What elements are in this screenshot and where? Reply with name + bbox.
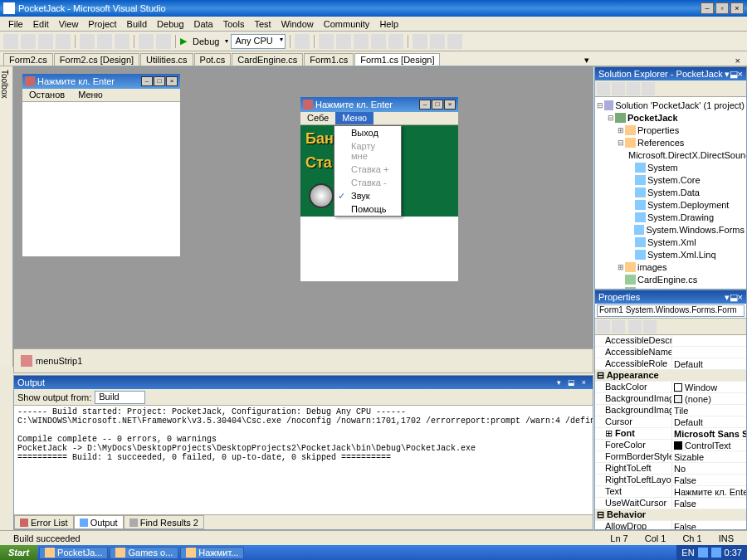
tab-output[interactable]: Output: [74, 515, 124, 529]
props-object-selector[interactable]: Form1 System.Windows.Forms.Form: [595, 304, 746, 319]
tab-form1-design[interactable]: Form1.cs [Design]: [354, 53, 440, 66]
menu-item-help[interactable]: Помощь: [334, 202, 401, 216]
node-form1[interactable]: ⊟Form1.cs: [597, 285, 745, 289]
node-cardengine[interactable]: CardEngine.cs: [597, 273, 745, 285]
props-categorized-button[interactable]: [597, 320, 610, 334]
save-button[interactable]: [38, 34, 53, 49]
solexp-properties-button[interactable]: [597, 82, 610, 95]
close-button[interactable]: ×: [730, 2, 744, 14]
tab-dropdown-icon[interactable]: ▾: [581, 55, 593, 66]
node-references[interactable]: ⊟References: [597, 136, 745, 149]
tab-cardengine[interactable]: CardEngine.cs: [232, 53, 303, 66]
node-ref-forms[interactable]: System.Windows.Forms: [597, 223, 745, 236]
props-events-button[interactable]: [643, 320, 657, 334]
output-close-icon[interactable]: ×: [582, 378, 586, 387]
menu-project[interactable]: Project: [83, 19, 121, 29]
node-ref-core[interactable]: System.Core: [597, 173, 745, 186]
taskbar-games[interactable]: Games o...: [110, 547, 178, 559]
tab-form2-design[interactable]: Form2.cs [Design]: [54, 53, 139, 66]
output-btn3[interactable]: [185, 391, 198, 404]
menu-tools[interactable]: Tools: [218, 19, 250, 29]
props-pin-icon[interactable]: ⬓: [730, 292, 738, 303]
save-all-button[interactable]: [56, 34, 71, 49]
node-images[interactable]: ⊞images: [597, 261, 745, 273]
tb-extra2[interactable]: [336, 34, 351, 49]
taskbar-pocketjack[interactable]: PocketJa...: [39, 547, 108, 559]
output-btn4[interactable]: [202, 391, 215, 404]
form2-menu-menu[interactable]: Меню: [335, 112, 374, 124]
menu-edit[interactable]: Edit: [28, 19, 54, 29]
paste-button[interactable]: [115, 34, 129, 49]
menu-item-sound[interactable]: ✓Звук: [334, 189, 401, 202]
platform-dropdown[interactable]: Any CPU: [231, 34, 285, 49]
property-grid[interactable]: AccessibleDescript AccessibleName Access…: [595, 335, 746, 529]
tb-extra7[interactable]: [430, 34, 445, 49]
props-props-button[interactable]: [628, 320, 642, 334]
tb-extra8[interactable]: [447, 34, 462, 49]
form1-designer[interactable]: Нажмите кл. Enter – □ × Останов Меню: [22, 74, 180, 256]
open-button[interactable]: [21, 34, 36, 49]
menu-window[interactable]: Window: [276, 19, 319, 29]
solexp-close-icon[interactable]: ×: [738, 69, 743, 79]
props-close-icon[interactable]: ×: [738, 292, 743, 302]
output-source-dropdown[interactable]: Build: [95, 391, 144, 404]
tab-error-list[interactable]: Error List: [14, 515, 74, 529]
menu-item-card[interactable]: Карту мне: [334, 139, 401, 163]
designer-surface[interactable]: Нажмите кл. Enter – □ × Останов Меню Наж…: [13, 66, 593, 367]
form2-max-button[interactable]: □: [432, 100, 443, 110]
output-btn2[interactable]: [168, 391, 182, 404]
tb-extra5[interactable]: [388, 34, 403, 49]
tb-extra4[interactable]: [371, 34, 386, 49]
node-ref-data[interactable]: System.Data: [597, 186, 745, 198]
solexp-refresh-button[interactable]: [627, 82, 640, 95]
form1-close-button[interactable]: ×: [166, 76, 178, 86]
node-solution[interactable]: ⊟Solution 'PocketJack' (1 project): [597, 99, 745, 111]
form1-menu-stop[interactable]: Останов: [22, 89, 71, 101]
toolbox-collapsed[interactable]: Toolbox: [0, 66, 13, 367]
start-button[interactable]: Start: [0, 545, 37, 560]
menu-item-exit[interactable]: Выход: [334, 126, 401, 139]
form1-menu-menu[interactable]: Меню: [71, 89, 110, 101]
new-project-button[interactable]: [3, 34, 18, 49]
menu-debug[interactable]: Debug: [152, 19, 188, 29]
tb-extra1[interactable]: [319, 34, 334, 49]
node-project[interactable]: ⊟PocketJack: [597, 111, 745, 124]
output-dropdown-icon[interactable]: ▾: [557, 378, 561, 387]
menu-help[interactable]: Help: [374, 19, 403, 29]
tab-find-results[interactable]: Find Results 2: [124, 515, 204, 529]
tray-icon-2[interactable]: [711, 548, 721, 558]
menustrip-label[interactable]: menuStrip1: [36, 356, 82, 366]
node-ref-drawing[interactable]: System.Drawing: [597, 211, 745, 223]
node-properties[interactable]: ⊞Properties: [597, 124, 745, 136]
taskbar-app[interactable]: Нажмит...: [180, 547, 244, 559]
output-btn1[interactable]: [152, 391, 165, 404]
solexp-showall-button[interactable]: [612, 82, 625, 95]
cut-button[interactable]: [80, 34, 95, 49]
find-button[interactable]: [295, 34, 310, 49]
undo-button[interactable]: [139, 34, 154, 49]
tab-utilities[interactable]: Utilities.cs: [140, 53, 193, 66]
node-ref-xml[interactable]: System.Xml: [597, 236, 745, 248]
node-ref-system[interactable]: System: [597, 161, 745, 173]
system-tray[interactable]: EN 0:37: [676, 545, 747, 560]
tab-pot[interactable]: Pot.cs: [194, 53, 232, 66]
solution-tree[interactable]: ⊟Solution 'PocketJack' (1 project) ⊟Pock…: [595, 97, 746, 289]
props-alpha-button[interactable]: [612, 320, 625, 334]
tb-extra3[interactable]: [354, 34, 369, 49]
redo-button[interactable]: [156, 34, 171, 49]
form2-close-button[interactable]: ×: [444, 100, 456, 110]
output-log[interactable]: ------ Build started: Project: PocketJac…: [14, 406, 593, 514]
menu-build[interactable]: Build: [122, 19, 152, 29]
component-tray[interactable]: menuStrip1: [13, 348, 593, 373]
restore-button[interactable]: ▫: [715, 2, 729, 14]
form1-max-button[interactable]: □: [154, 76, 165, 86]
node-ref-xmllinq[interactable]: System.Xml.Linq: [597, 248, 745, 261]
node-ref-directx[interactable]: Microsoft.DirectX.DirectSound: [597, 149, 745, 161]
solexp-pin-icon[interactable]: ⬓: [730, 69, 738, 80]
clock[interactable]: 0:37: [725, 548, 742, 558]
menu-item-bet-plus[interactable]: Ставка +: [334, 163, 401, 176]
menu-data[interactable]: Data: [189, 19, 218, 29]
form1-body[interactable]: [22, 102, 180, 255]
menu-file[interactable]: File: [3, 19, 28, 29]
form2-menu-self[interactable]: Себе: [300, 112, 335, 124]
